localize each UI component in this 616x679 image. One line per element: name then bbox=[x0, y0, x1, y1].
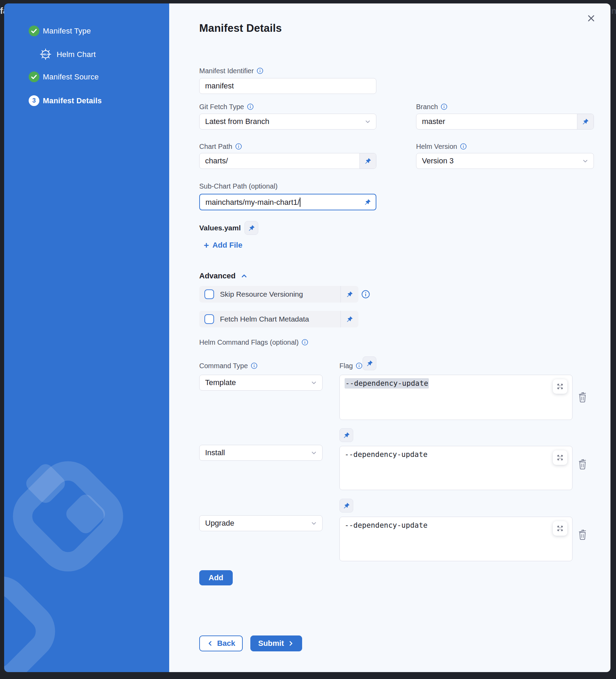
info-icon[interactable] bbox=[247, 103, 254, 110]
pin-icon[interactable] bbox=[340, 286, 358, 303]
info-icon[interactable] bbox=[356, 362, 363, 369]
pin-icon[interactable] bbox=[244, 221, 258, 235]
info-icon[interactable] bbox=[257, 67, 263, 74]
sub-chart-path-label: Sub-Chart Path (optional) bbox=[199, 182, 278, 191]
pin-icon[interactable] bbox=[363, 356, 376, 370]
pin-icon[interactable] bbox=[339, 499, 353, 513]
chart-path-label: Chart Path bbox=[199, 142, 242, 151]
info-icon[interactable] bbox=[251, 362, 258, 369]
helm-command-flags-label: Helm Command Flags (optional) bbox=[199, 338, 308, 347]
skip-resource-versioning-row: Skip Resource Versioning bbox=[199, 286, 358, 303]
pin-icon[interactable] bbox=[359, 153, 376, 169]
chart-path-field bbox=[199, 153, 376, 169]
helm-wheel-icon: HELM bbox=[38, 47, 53, 63]
command-type-label: Command Type bbox=[199, 361, 258, 370]
backdrop-text-fragment: ne bbox=[611, 6, 616, 16]
command-type-select-template[interactable]: Template bbox=[199, 375, 323, 391]
branch-label: Branch bbox=[416, 102, 447, 111]
checkbox-label: Skip Resource Versioning bbox=[220, 290, 340, 298]
fetch-helm-chart-metadata-checkbox[interactable] bbox=[204, 314, 214, 324]
sub-chart-path-field[interactable]: maincharts/my-main-chart1/ bbox=[199, 194, 376, 210]
flag-textarea[interactable]: --dependency-update bbox=[339, 446, 572, 490]
skip-resource-versioning-checkbox[interactable] bbox=[204, 289, 214, 299]
pin-icon[interactable] bbox=[340, 311, 358, 327]
branch-field bbox=[416, 114, 594, 130]
sidebar-step-manifest-details[interactable]: Manifest Details bbox=[43, 95, 102, 106]
chevron-down-icon bbox=[310, 379, 317, 386]
info-icon[interactable] bbox=[301, 339, 308, 346]
values-file-label: Values.yaml bbox=[199, 221, 241, 235]
delete-icon[interactable] bbox=[577, 391, 588, 403]
step-number-badge: 3 bbox=[29, 95, 39, 106]
branch-input[interactable] bbox=[416, 114, 577, 129]
git-fetch-type-select[interactable]: Latest from Branch bbox=[199, 114, 376, 130]
info-icon[interactable] bbox=[441, 103, 447, 110]
pin-icon[interactable] bbox=[577, 114, 594, 129]
backdrop-text-fragment: fa bbox=[0, 6, 4, 16]
page-title: Manifest Details bbox=[199, 22, 282, 35]
chevron-left-icon bbox=[207, 640, 214, 647]
delete-icon[interactable] bbox=[577, 528, 588, 540]
sidebar-step-manifest-source[interactable]: Manifest Source bbox=[43, 71, 99, 82]
fetch-helm-chart-metadata-row: Fetch Helm Chart Metadata bbox=[199, 311, 358, 327]
harness-logo-watermark bbox=[4, 564, 67, 672]
wizard-sidebar: Manifest Type HELM Helm Chart Manifest S… bbox=[4, 3, 169, 672]
helm-version-label: Helm Version bbox=[416, 142, 467, 151]
expand-icon[interactable] bbox=[553, 521, 567, 536]
info-icon[interactable] bbox=[235, 143, 242, 150]
manifest-details-panel: Manifest Details Manifest Identifier Git… bbox=[169, 3, 610, 672]
step-complete-icon bbox=[29, 26, 39, 36]
flag-value: --dependency-update bbox=[345, 378, 429, 389]
sidebar-step-manifest-type[interactable]: Manifest Type bbox=[43, 26, 91, 36]
flag-textarea[interactable]: --dependency-update bbox=[339, 375, 572, 420]
chart-path-input[interactable] bbox=[200, 153, 359, 169]
manifest-identifier-field bbox=[199, 78, 376, 94]
sidebar-step-helm-chart[interactable]: Helm Chart bbox=[57, 49, 96, 60]
chevron-down-icon bbox=[364, 118, 371, 125]
helm-version-select[interactable]: Version 3 bbox=[416, 153, 594, 169]
sub-chart-path-value: maincharts/my-main-chart1/ bbox=[205, 198, 300, 207]
flag-value: --dependency-update bbox=[345, 521, 427, 529]
git-fetch-type-label: Git Fetch Type bbox=[199, 102, 254, 111]
flag-textarea[interactable]: --dependency-update bbox=[339, 517, 572, 561]
add-flag-button[interactable]: Add bbox=[199, 570, 233, 585]
command-type-select-install[interactable]: Install bbox=[199, 445, 323, 461]
close-icon[interactable] bbox=[585, 12, 597, 25]
manifest-identifier-label: Manifest Identifier bbox=[199, 66, 263, 75]
advanced-toggle[interactable]: Advanced bbox=[199, 271, 248, 280]
info-icon[interactable] bbox=[361, 290, 370, 299]
flag-value: --dependency-update bbox=[345, 450, 427, 459]
text-caret bbox=[300, 198, 300, 207]
command-type-select-upgrade[interactable]: Upgrade bbox=[199, 515, 323, 531]
manifest-wizard-dialog: Manifest Type HELM Helm Chart Manifest S… bbox=[4, 3, 610, 672]
plus-icon: + bbox=[204, 241, 209, 249]
chevron-up-icon bbox=[240, 272, 248, 280]
step-complete-icon bbox=[29, 71, 39, 82]
back-button[interactable]: Back bbox=[199, 635, 243, 651]
pin-icon[interactable] bbox=[339, 428, 353, 442]
delete-icon[interactable] bbox=[577, 458, 588, 470]
chevron-down-icon bbox=[310, 520, 317, 527]
chevron-down-icon bbox=[310, 449, 317, 456]
add-file-button[interactable]: + Add File bbox=[204, 241, 242, 250]
chevron-right-icon bbox=[287, 640, 294, 647]
manifest-identifier-input[interactable] bbox=[200, 78, 376, 94]
chevron-down-icon bbox=[582, 157, 589, 164]
expand-icon[interactable] bbox=[553, 450, 567, 465]
expand-icon[interactable] bbox=[553, 379, 567, 394]
svg-text:HELM: HELM bbox=[42, 53, 50, 56]
pin-icon[interactable] bbox=[359, 199, 376, 206]
checkbox-label: Fetch Helm Chart Metadata bbox=[220, 315, 340, 323]
flag-label: Flag bbox=[339, 361, 363, 370]
submit-button[interactable]: Submit bbox=[250, 635, 302, 651]
info-icon[interactable] bbox=[460, 143, 467, 150]
